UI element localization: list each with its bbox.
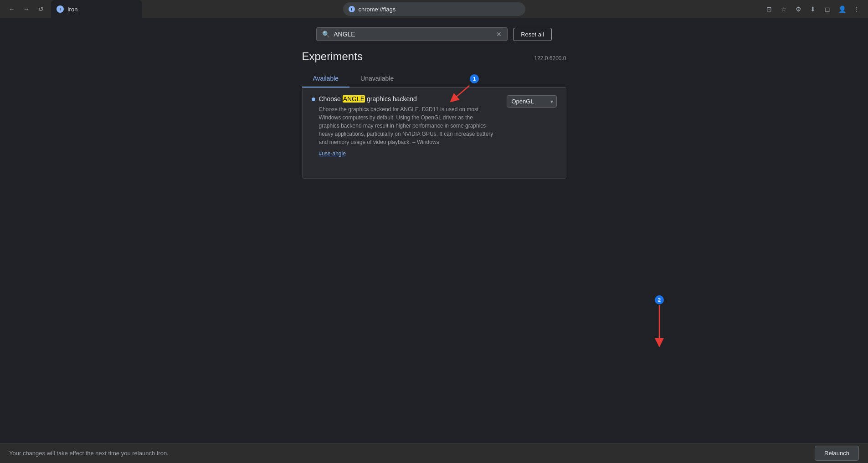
tab-unavailable[interactable]: Unavailable [349,70,405,87]
reset-all-button[interactable]: Reset all [513,28,552,41]
experiments-panel: Choose ANGLE graphics backend Choose the… [302,87,566,179]
omnibox-favicon: I [349,6,355,12]
tab-title: Iron [67,6,77,13]
search-input[interactable] [334,31,493,38]
extensions-icon[interactable]: ⚙ [792,3,804,15]
search-container: 🔍 ✕ Reset all [316,27,552,41]
experiments-container: Experiments 122.0.6200.0 Available Unava… [302,50,566,179]
experiment-link[interactable]: #use-angle [319,150,346,157]
menu-icon[interactable]: ⋮ [851,3,863,15]
experiment-dot [312,98,315,101]
tab-available[interactable]: Available [302,70,350,87]
refresh-button[interactable]: ↺ [35,3,47,15]
tab-favicon: I [56,5,64,13]
search-icon: 🔍 [322,31,330,38]
download-icon[interactable]: ⬇ [807,3,819,15]
bottom-message: Your changes will take effect the next t… [9,450,169,457]
main-content: 🔍 ✕ Reset all Experiments 122.0.6200.0 A… [0,18,868,443]
window-icon[interactable]: ◻ [822,3,833,15]
nav-buttons: ← → ↺ [5,3,47,15]
clear-search-icon[interactable]: ✕ [496,31,502,37]
back-button[interactable]: ← [5,3,18,15]
angle-backend-select[interactable]: Default D3D9 D3D11 OpenGL D3D11on12 Vulk… [507,95,557,108]
relaunch-button[interactable]: Relaunch [815,446,859,461]
experiment-item: Choose ANGLE graphics backend Choose the… [312,95,557,157]
search-box: 🔍 ✕ [316,27,508,41]
bookmark-icon[interactable]: ☆ [778,3,790,15]
account-icon[interactable]: 👤 [836,3,848,15]
omnibox-text: chrome://flags [359,6,520,13]
version-text: 122.0.6200.0 [534,55,566,62]
experiments-header: Experiments 122.0.6200.0 [302,50,566,63]
browser-tab[interactable]: I Iron [51,0,142,18]
save-page-icon[interactable]: ⊡ [763,3,775,15]
titlebar: ← → ↺ I Iron I chrome://flags ⊡ ☆ ⚙ ⬇ ◻ … [0,0,868,18]
bottom-bar: Your changes will take effect the next t… [0,443,868,463]
forward-button[interactable]: → [20,3,33,15]
dropdown-wrapper: Default D3D9 D3D11 OpenGL D3D11on12 Vulk… [507,95,557,108]
experiment-name: Choose ANGLE graphics backend [319,95,494,103]
experiment-control: Default D3D9 D3D11 OpenGL D3D11on12 Vulk… [507,95,557,108]
toolbar-actions: ⊡ ☆ ⚙ ⬇ ◻ 👤 ⋮ [763,3,863,15]
experiments-title: Experiments [302,50,363,63]
tabs-bar: Available Unavailable [302,70,566,87]
omnibox[interactable]: I chrome://flags [343,2,525,16]
experiment-body: Choose ANGLE graphics backend Choose the… [319,95,494,157]
experiment-description: Choose the graphics backend for ANGLE. D… [319,105,494,146]
